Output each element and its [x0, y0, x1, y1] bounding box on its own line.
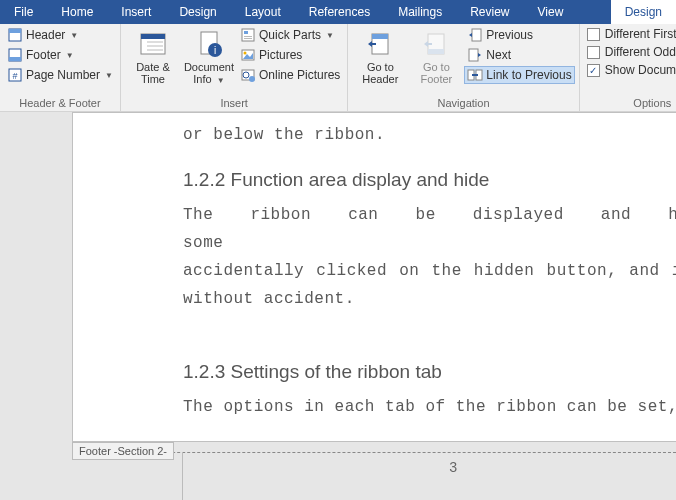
link-to-previous-toggle[interactable]: Link to Previous — [464, 66, 574, 84]
document-info-icon: i — [193, 28, 225, 60]
tab-references[interactable]: References — [295, 0, 384, 24]
document-info-dropdown[interactable]: i Document Info ▼ — [181, 26, 237, 89]
document-info-label: Document Info ▼ — [182, 61, 236, 87]
tab-context-design[interactable]: Design — [611, 0, 676, 24]
next-label: Next — [486, 48, 511, 62]
goto-footer-icon — [420, 28, 452, 60]
tab-insert[interactable]: Insert — [107, 0, 165, 24]
next-button[interactable]: Next — [464, 46, 574, 64]
ribbon: Header ▼ Footer ▼ # Page Number ▼ Header… — [0, 24, 676, 112]
svg-text:#: # — [12, 71, 17, 81]
previous-icon — [467, 27, 483, 43]
svg-rect-15 — [244, 31, 248, 34]
group-options: Different First Page Different Odd & Eve… — [580, 24, 676, 111]
footer-section-tag: Footer -Section 2- — [72, 442, 174, 460]
svg-rect-32 — [472, 74, 478, 76]
svg-rect-28 — [472, 29, 481, 41]
group-label-header-footer: Header & Footer — [4, 95, 116, 111]
svg-rect-1 — [9, 29, 21, 33]
group-navigation: Go to Header Go to Footer Previous Next … — [348, 24, 579, 111]
header-dropdown[interactable]: Header ▼ — [4, 26, 116, 44]
group-label-navigation: Navigation — [352, 95, 574, 111]
pictures-label: Pictures — [259, 48, 302, 62]
show-document-text-checkbox[interactable]: ✓ Show Document Text — [584, 62, 676, 78]
tab-home[interactable]: Home — [47, 0, 107, 24]
group-header-footer: Header ▼ Footer ▼ # Page Number ▼ Header… — [0, 24, 121, 111]
goto-header-button[interactable]: Go to Header — [352, 26, 408, 87]
online-pictures-icon — [240, 67, 256, 83]
body-text: The options in each tab of the ribbon ca… — [183, 393, 676, 421]
menu-tabbar: File Home Insert Design Layout Reference… — [0, 0, 676, 24]
document-area[interactable]: or below the ribbon. 1.2.2 Function area… — [0, 112, 676, 500]
goto-header-label: Go to Header — [353, 61, 407, 85]
checkbox-icon — [587, 28, 600, 41]
online-pictures-label: Online Pictures — [259, 68, 340, 82]
quick-parts-icon — [240, 27, 256, 43]
pictures-button[interactable]: Pictures — [237, 46, 343, 64]
tab-view[interactable]: View — [524, 0, 578, 24]
online-pictures-button[interactable]: Online Pictures — [237, 66, 343, 84]
page-number-icon: # — [7, 67, 23, 83]
body-text: accidentally clicked on the hidden butto… — [183, 257, 676, 285]
page-number-label: Page Number — [26, 68, 100, 82]
previous-label: Previous — [486, 28, 533, 42]
header-label: Header — [26, 28, 65, 42]
show-document-text-label: Show Document Text — [605, 63, 676, 77]
svg-rect-17 — [244, 38, 252, 39]
body-text: The ribbon can be displayed and hidden, … — [183, 201, 676, 257]
previous-button[interactable]: Previous — [464, 26, 574, 44]
svg-rect-29 — [469, 49, 478, 61]
goto-footer-label: Go to Footer — [409, 61, 463, 85]
margin-guide — [182, 452, 183, 500]
date-time-label: Date & Time — [126, 61, 180, 85]
chevron-down-icon: ▼ — [105, 71, 113, 80]
svg-rect-7 — [141, 34, 165, 39]
header-icon — [7, 27, 23, 43]
different-first-page-checkbox[interactable]: Different First Page — [584, 26, 676, 42]
link-to-previous-label: Link to Previous — [486, 68, 571, 82]
page-number-field[interactable]: 3 — [449, 460, 457, 476]
svg-rect-16 — [244, 36, 252, 37]
link-icon — [467, 67, 483, 83]
chevron-down-icon: ▼ — [217, 76, 225, 85]
tab-file[interactable]: File — [0, 0, 47, 24]
footer-icon — [7, 47, 23, 63]
different-odd-even-label: Different Odd & Even — [605, 45, 676, 59]
group-label-insert: Insert — [125, 95, 343, 111]
page-number-dropdown[interactable]: # Page Number ▼ — [4, 66, 116, 84]
quick-parts-label: Quick Parts — [259, 28, 321, 42]
body-text: without accident. — [183, 285, 676, 313]
group-insert: Date & Time i Document Info ▼ Quick Part… — [121, 24, 348, 111]
date-time-button[interactable]: Date & Time — [125, 26, 181, 87]
checkbox-icon — [587, 46, 600, 59]
heading-1-2-2: 1.2.2 Function area display and hide — [183, 169, 676, 191]
different-odd-even-checkbox[interactable]: Different Odd & Even — [584, 44, 676, 60]
heading-1-2-3: 1.2.3 Settings of the ribbon tab — [183, 361, 676, 383]
tab-design[interactable]: Design — [165, 0, 230, 24]
tab-mailings[interactable]: Mailings — [384, 0, 456, 24]
group-label-options: Options — [584, 95, 676, 111]
svg-rect-3 — [9, 57, 21, 61]
page: or below the ribbon. 1.2.2 Function area… — [72, 112, 676, 442]
svg-rect-27 — [428, 49, 444, 54]
svg-rect-14 — [242, 29, 254, 41]
calendar-icon — [137, 28, 169, 60]
svg-text:i: i — [214, 45, 216, 56]
body-text: or below the ribbon. — [183, 121, 676, 149]
different-first-page-label: Different First Page — [605, 27, 676, 41]
svg-point-23 — [249, 76, 255, 82]
goto-footer-button: Go to Footer — [408, 26, 464, 87]
chevron-down-icon: ▼ — [70, 31, 78, 40]
tab-layout[interactable]: Layout — [231, 0, 295, 24]
tab-review[interactable]: Review — [456, 0, 523, 24]
goto-header-icon — [364, 28, 396, 60]
footer-dropdown[interactable]: Footer ▼ — [4, 46, 116, 64]
svg-point-20 — [243, 52, 246, 55]
pictures-icon — [240, 47, 256, 63]
chevron-down-icon: ▼ — [326, 31, 334, 40]
chevron-down-icon: ▼ — [66, 51, 74, 60]
checkbox-checked-icon: ✓ — [587, 64, 600, 77]
next-icon — [467, 47, 483, 63]
quick-parts-dropdown[interactable]: Quick Parts ▼ — [237, 26, 343, 44]
footer-label: Footer — [26, 48, 61, 62]
